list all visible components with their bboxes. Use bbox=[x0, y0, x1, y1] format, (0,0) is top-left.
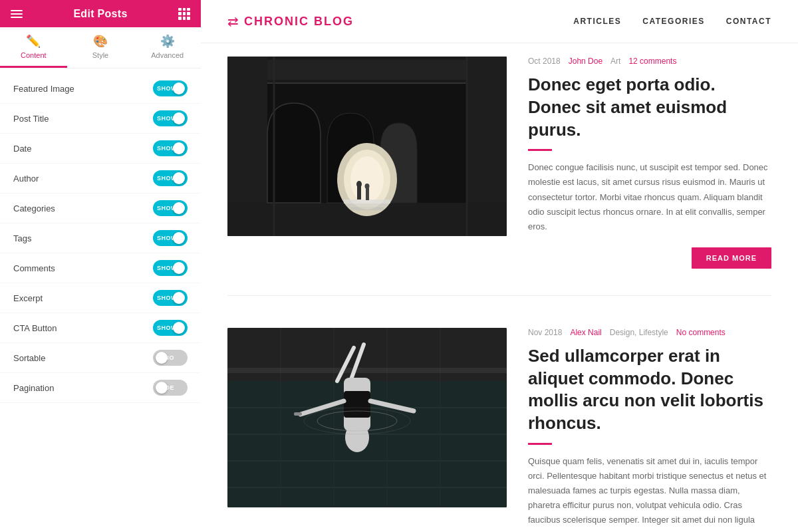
tab-style-label: Style bbox=[92, 51, 108, 59]
toggle-pill-post-title[interactable]: SHOW bbox=[153, 110, 188, 126]
blog-post-2: Nov 2018 Alex Nail Design, Lifestyle No … bbox=[227, 328, 771, 532]
post-meta-2: Nov 2018 Alex Nail Design, Lifestyle No … bbox=[528, 328, 771, 337]
tab-advanced[interactable]: ⚙️ Advanced bbox=[134, 27, 201, 68]
logo-shuffle-icon: ⇄ bbox=[227, 13, 239, 29]
tab-content-label: Content bbox=[21, 51, 47, 59]
svg-rect-12 bbox=[350, 207, 384, 210]
post-category: Design, Lifestyle bbox=[610, 328, 668, 337]
toggle-pill-sortable[interactable]: NO bbox=[153, 350, 188, 366]
post-divider-1 bbox=[528, 149, 552, 151]
toggle-label-excerpt: Excerpt bbox=[13, 293, 43, 303]
toggle-label-pagination: Pagination bbox=[13, 383, 54, 393]
nav-item-contact[interactable]: CONTACT bbox=[726, 17, 771, 26]
svg-rect-11 bbox=[347, 203, 387, 207]
tab-content[interactable]: ✏️ Content bbox=[0, 27, 67, 68]
blog-post-1: Oct 2018 John Doe Art 12 comments Donec … bbox=[227, 57, 771, 296]
hamburger-icon[interactable] bbox=[11, 10, 23, 18]
toggle-label-tags: Tags bbox=[13, 233, 31, 243]
post-divider-2 bbox=[528, 443, 552, 445]
svg-point-34 bbox=[345, 423, 369, 452]
toggle-row-date: DateSHOW bbox=[0, 134, 201, 164]
post-date: Oct 2018 bbox=[528, 57, 561, 66]
post-author: John Doe bbox=[569, 57, 602, 66]
panel-title: Edit Posts bbox=[73, 8, 127, 20]
toggle-pill-excerpt[interactable]: SHOW bbox=[153, 290, 188, 306]
svg-rect-33 bbox=[344, 391, 370, 418]
toggle-label-featured-image: Featured Image bbox=[13, 84, 74, 94]
post-content-1: Oct 2018 John Doe Art 12 comments Donec … bbox=[528, 57, 771, 269]
toggle-row-categories: CategoriesSHOW bbox=[0, 194, 201, 223]
post-content-2: Nov 2018 Alex Nail Design, Lifestyle No … bbox=[528, 328, 771, 532]
blog-logo-text: CHRONIC BLOG bbox=[244, 15, 354, 29]
post-excerpt-1: Donec congue facilisis nunc, ut suscipit… bbox=[528, 160, 771, 233]
toggle-row-excerpt: ExcerptSHOW bbox=[0, 283, 201, 313]
toggle-pill-author[interactable]: SHOW bbox=[153, 170, 188, 186]
toggle-row-pagination: PaginationHIDE bbox=[0, 373, 201, 403]
toggle-pill-cta-button[interactable]: SHOW bbox=[153, 320, 188, 336]
toggle-row-sortable: SortableNO bbox=[0, 343, 201, 373]
post-meta-1: Oct 2018 John Doe Art 12 comments bbox=[528, 57, 771, 66]
toggle-label-sortable: Sortable bbox=[13, 353, 45, 363]
post-comments: 12 comments bbox=[628, 57, 676, 66]
nav-item-categories[interactable]: CATEGORIES bbox=[642, 17, 704, 26]
read-more-button-1[interactable]: READ MORE bbox=[692, 247, 771, 269]
svg-rect-2 bbox=[241, 60, 493, 80]
tab-style[interactable]: 🎨 Style bbox=[67, 27, 134, 68]
post-title-2: Sed ullamcorper erat in aliquet commodo.… bbox=[528, 345, 771, 435]
toggle-pill-date[interactable]: SHOW bbox=[153, 140, 188, 156]
blog-header: ⇄ CHRONIC BLOG ARTICLESCATEGORIESCONTACT bbox=[201, 0, 798, 43]
toggle-row-cta-button: CTA ButtonSHOW bbox=[0, 313, 201, 343]
toggle-label-comments: Comments bbox=[13, 263, 55, 273]
blog-logo: ⇄ CHRONIC BLOG bbox=[227, 13, 354, 29]
toggle-label-date: Date bbox=[13, 144, 31, 154]
toggle-row-author: AuthorSHOW bbox=[0, 164, 201, 194]
toggle-row-tags: TagsSHOW bbox=[0, 223, 201, 253]
blog-main: Oct 2018 John Doe Art 12 comments Donec … bbox=[201, 43, 798, 532]
toggle-label-author: Author bbox=[13, 174, 39, 184]
grid-icon[interactable] bbox=[178, 8, 190, 20]
toggle-row-featured-image: Featured ImageSHOW bbox=[0, 74, 201, 104]
panel-header: Edit Posts bbox=[0, 0, 201, 27]
left-panel: Edit Posts ✏️ Content 🎨 Style ⚙️ Advance… bbox=[0, 0, 201, 532]
toggle-pill-tags[interactable]: SHOW bbox=[153, 230, 188, 246]
svg-point-16 bbox=[365, 184, 370, 189]
toggle-row-comments: CommentsSHOW bbox=[0, 253, 201, 283]
toggle-pill-featured-image[interactable]: SHOW bbox=[153, 80, 188, 96]
content-icon: ✏️ bbox=[26, 34, 41, 49]
post-excerpt-2: Quisque quam felis, venenatis sit amet d… bbox=[528, 454, 771, 532]
post-date: Nov 2018 bbox=[528, 328, 562, 337]
right-panel: ⇄ CHRONIC BLOG ARTICLESCATEGORIESCONTACT bbox=[201, 0, 798, 532]
nav-item-articles[interactable]: ARTICLES bbox=[573, 17, 621, 26]
tab-advanced-label: Advanced bbox=[151, 51, 184, 59]
panel-tabs: ✏️ Content 🎨 Style ⚙️ Advanced bbox=[0, 27, 201, 68]
style-icon: 🎨 bbox=[93, 34, 108, 49]
post-title-1: Donec eget porta odio. Donec sit amet eu… bbox=[528, 74, 771, 141]
svg-rect-15 bbox=[366, 188, 369, 200]
post-author: Alex Nail bbox=[570, 328, 601, 337]
post-image-1 bbox=[227, 57, 507, 236]
svg-rect-13 bbox=[357, 186, 361, 200]
svg-point-14 bbox=[356, 181, 362, 188]
logo-prefix: CHRONIC bbox=[244, 15, 309, 28]
svg-rect-39 bbox=[227, 368, 507, 373]
blog-nav: ARTICLESCATEGORIESCONTACT bbox=[573, 17, 771, 26]
toggle-row-post-title: Post TitleSHOW bbox=[0, 104, 201, 134]
toggle-label-categories: Categories bbox=[13, 203, 55, 213]
toggle-label-cta-button: CTA Button bbox=[13, 323, 57, 333]
toggle-pill-categories[interactable]: SHOW bbox=[153, 200, 188, 216]
toggle-pill-comments[interactable]: SHOW bbox=[153, 260, 188, 276]
advanced-icon: ⚙️ bbox=[160, 34, 175, 49]
svg-rect-40 bbox=[294, 412, 302, 416]
toggle-pill-pagination[interactable]: HIDE bbox=[153, 380, 188, 396]
post-category: Art bbox=[610, 57, 620, 66]
toggle-label-post-title: Post Title bbox=[13, 114, 49, 124]
panel-content: Featured ImageSHOWPost TitleSHOWDateSHOW… bbox=[0, 68, 201, 532]
post-comments: No comments bbox=[676, 328, 726, 337]
logo-suffix: BLOG bbox=[309, 15, 354, 28]
post-image-2 bbox=[227, 328, 507, 507]
